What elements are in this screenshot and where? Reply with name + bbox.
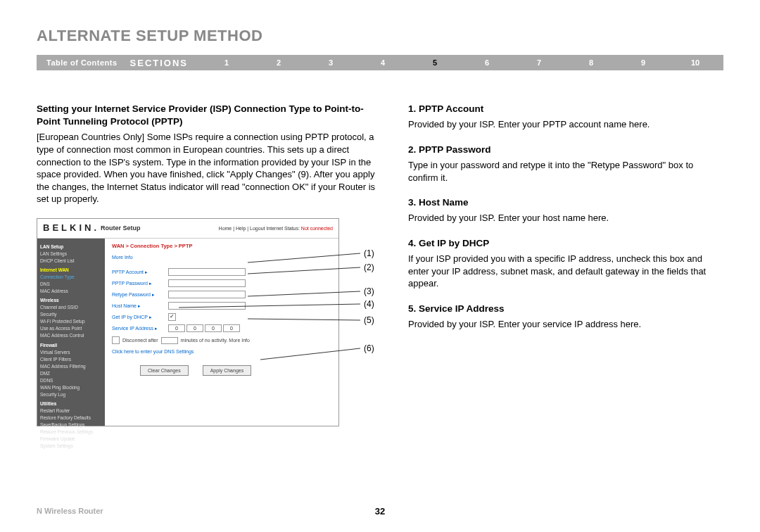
- dns-link[interactable]: Click here to enter your DNS Settings: [112, 348, 331, 355]
- left-heading: Setting your Internet Service Provider (…: [37, 103, 380, 128]
- brand-logo: BELKIN.: [43, 222, 96, 234]
- clear-changes-button[interactable]: Clear Changes: [140, 365, 189, 376]
- section-3[interactable]: 3: [305, 58, 357, 67]
- section-2[interactable]: 2: [253, 58, 305, 67]
- section-6[interactable]: 6: [461, 58, 513, 67]
- item-2-heading: 2. PPTP Password: [408, 144, 723, 156]
- host-name-input[interactable]: [168, 302, 246, 310]
- footer-page-number: 32: [375, 506, 385, 517]
- item-1-body: Provided by your ISP. Enter your PPTP ac…: [408, 118, 723, 131]
- item-3-heading: 3. Host Name: [408, 196, 723, 209]
- section-nav: Table of Contents SECTIONS 1 2 3 4 5 6 7…: [37, 55, 723, 70]
- router-sidebar: LAN Setup LAN Settings DHCP Client List …: [37, 239, 105, 426]
- service-ip-input[interactable]: 0000: [168, 324, 240, 332]
- right-column: 1. PPTP AccountProvided by your ISP. Ent…: [408, 103, 723, 426]
- section-1[interactable]: 1: [201, 58, 253, 67]
- sections-label: SECTIONS: [127, 58, 201, 68]
- pptp-password-input[interactable]: [168, 279, 246, 287]
- dhcp-checkbox[interactable]: ✓: [168, 313, 176, 321]
- section-9[interactable]: 9: [617, 58, 669, 67]
- item-1-heading: 1. PPTP Account: [408, 103, 723, 115]
- item-2-body: Type in your password and retype it into…: [408, 159, 723, 184]
- router-breadcrumb: WAN > Connection Type > PPTP: [112, 243, 331, 250]
- pptp-account-input[interactable]: [168, 268, 246, 276]
- router-screenshot: BELKIN. Router Setup Home | Help | Logou…: [37, 218, 339, 426]
- toc-link[interactable]: Table of Contents: [37, 58, 127, 67]
- retype-password-input[interactable]: [168, 291, 246, 298]
- section-8[interactable]: 8: [565, 58, 617, 67]
- page-title: ALTERNATE SETUP METHOD: [37, 27, 723, 45]
- router-setup-label: Router Setup: [101, 224, 141, 232]
- apply-changes-button[interactable]: Apply Changes: [203, 365, 251, 376]
- left-column: Setting your Internet Service Provider (…: [37, 103, 380, 426]
- page-footer: N Wireless Router 32: [37, 507, 723, 515]
- section-10[interactable]: 10: [669, 58, 721, 67]
- section-5[interactable]: 5: [409, 58, 461, 67]
- item-5-body: Provided by your ISP. Enter your service…: [408, 318, 723, 331]
- router-top-links: Home | Help | Logout Internet Status: No…: [219, 225, 333, 232]
- disconnect-row: Disconnect after minutes of no activity.…: [112, 336, 331, 344]
- more-info-link[interactable]: More Info: [112, 254, 331, 260]
- footer-product: N Wireless Router: [37, 507, 103, 515]
- disconnect-checkbox[interactable]: [112, 336, 120, 344]
- item-5-heading: 5. Service IP Address: [408, 303, 723, 315]
- item-4-body: If your ISP provided you with a specific…: [408, 253, 723, 290]
- left-body: [European Countries Only] Some ISPs requ…: [37, 131, 380, 205]
- item-3-body: Provided by your ISP. Enter your host na…: [408, 212, 723, 224]
- item-4-heading: 4. Get IP by DHCP: [408, 237, 723, 250]
- section-4[interactable]: 4: [357, 58, 409, 67]
- disconnect-minutes-input[interactable]: [161, 337, 178, 344]
- router-main: WAN > Connection Type > PPTP More Info P…: [105, 239, 338, 426]
- section-7[interactable]: 7: [513, 58, 565, 67]
